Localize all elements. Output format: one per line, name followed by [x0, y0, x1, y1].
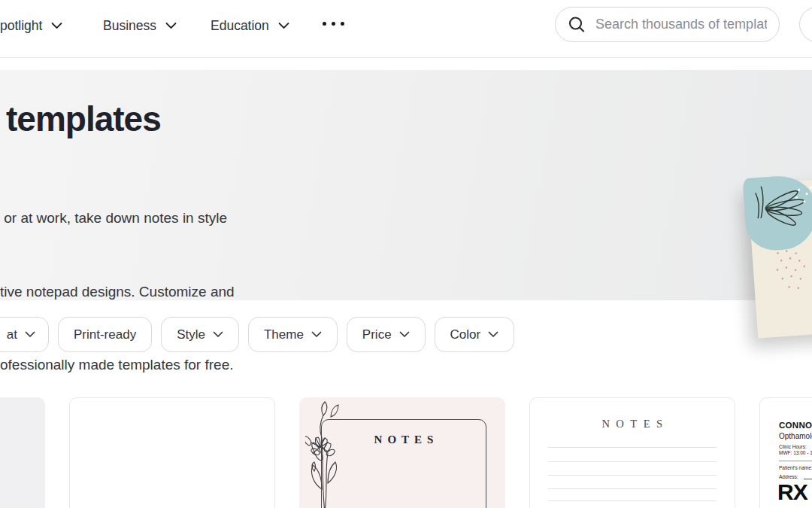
search-icon — [567, 15, 586, 35]
notepad-rule-line — [548, 500, 717, 501]
notes-frame: NOTES — [321, 419, 486, 508]
filter-chip-label: Price — [362, 327, 392, 342]
chevron-down-icon — [165, 22, 177, 29]
template-card-rx-pad[interactable]: CONNOR Opthamology Clinic Hours: MWF: 13… — [759, 397, 812, 508]
hero-description-line: ofessionally made templates for free. — [0, 353, 235, 378]
filter-chip-theme[interactable]: Theme — [248, 317, 338, 352]
notepad-rule-line — [548, 488, 717, 489]
filter-chips-row: Print-ready Style Theme Price Color — [58, 317, 514, 352]
chevron-down-icon — [213, 331, 223, 338]
notepad-rule-line — [548, 447, 717, 448]
notepad-rule-line — [548, 475, 717, 476]
rx-divider — [779, 461, 812, 461]
search-bar[interactable] — [555, 7, 780, 42]
top-nav-bar: potlight Business Education — [0, 0, 812, 58]
chevron-down-icon — [488, 331, 498, 338]
more-menu-icon[interactable] — [323, 22, 344, 26]
rx-patient-label: Patient's name: — [779, 465, 812, 470]
notepad-dots-pattern — [771, 245, 812, 302]
filter-chip-color[interactable]: Color — [435, 317, 515, 352]
filter-chip-format[interactable]: at — [0, 317, 49, 352]
rx-clinic-hours: MWF: 13:00 - 18:00 — [779, 450, 812, 455]
rx-specialty: Opthamology — [779, 432, 812, 440]
filter-chip-label: at — [7, 327, 17, 342]
nav-item-business[interactable]: Business — [103, 15, 177, 36]
notes-title: NOTES — [530, 418, 735, 430]
floral-sketch-icon — [305, 399, 344, 508]
rx-doctor-name: CONNOR — [779, 421, 812, 430]
notes-title: NOTES — [322, 433, 486, 446]
chevron-down-icon — [399, 331, 410, 338]
filter-chip-label: Color — [450, 327, 481, 342]
template-card-gray[interactable] — [0, 397, 45, 508]
search-input[interactable] — [594, 16, 768, 33]
rx-clinic-hours-label: Clinic Hours: — [779, 444, 807, 449]
nav-item-spotlight[interactable]: potlight — [0, 15, 62, 36]
chevron-down-icon — [25, 331, 35, 338]
nav-item-label: Education — [211, 18, 269, 34]
filter-chip-label: Print-ready — [74, 327, 136, 342]
filter-chip-print-ready[interactable]: Print-ready — [58, 317, 152, 352]
hero-notepad-image: WS WENDY S — [747, 173, 812, 338]
template-card-blank[interactable] — [69, 397, 275, 508]
rx-address-label: Address: — [779, 474, 798, 479]
chevron-down-icon — [51, 22, 62, 29]
nav-item-education[interactable]: Education — [211, 15, 289, 36]
chevron-down-icon — [311, 331, 322, 338]
page: potlight Business Education templates or… — [0, 0, 812, 508]
nav-item-label: Business — [103, 18, 156, 34]
nav-item-label: potlight — [0, 18, 42, 34]
header-button-partial[interactable] — [799, 7, 812, 42]
hero-banner: templates or at work, take down notes in… — [0, 70, 812, 300]
filter-chip-label: Style — [177, 327, 205, 342]
rx-symbol: RX — [777, 479, 807, 505]
filter-chip-style[interactable]: Style — [161, 317, 239, 352]
template-card-floral-notes[interactable]: NOTES — [299, 397, 505, 508]
filter-chip-price[interactable]: Price — [347, 317, 426, 352]
template-card-lined-notes[interactable]: NOTES — [529, 397, 735, 508]
page-title: templates — [6, 99, 161, 139]
filter-chip-label: Theme — [264, 327, 304, 342]
notepad-rule-line — [548, 461, 717, 462]
chevron-down-icon — [278, 22, 289, 29]
hero-description-line: or at work, take down notes in style — [0, 206, 235, 231]
hero-description: or at work, take down notes in style tiv… — [0, 157, 235, 427]
hero-description-line: tive notepad designs. Customize and — [0, 280, 235, 305]
